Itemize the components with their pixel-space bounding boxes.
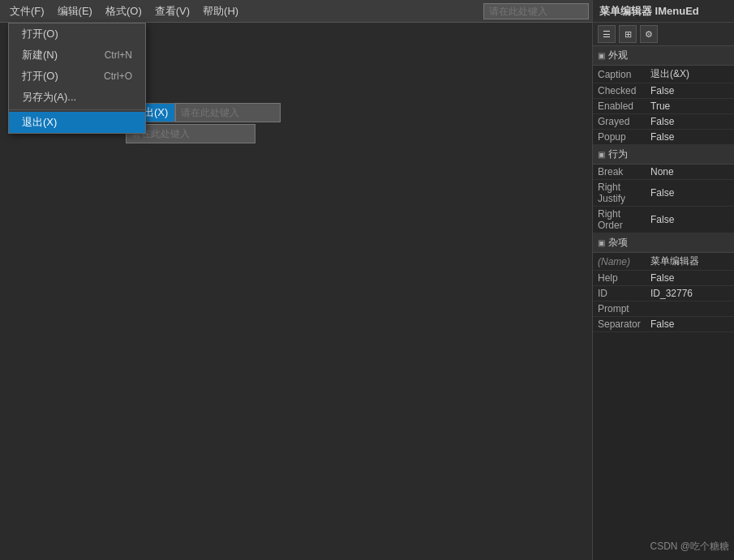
- prop-help[interactable]: Help False: [593, 271, 734, 286]
- prop-popup[interactable]: Popup False: [593, 130, 734, 145]
- file-open1[interactable]: 打开(O): [9, 24, 145, 45]
- file-new[interactable]: 新建(N) Ctrl+N: [9, 45, 145, 66]
- prop-break[interactable]: Break None: [593, 165, 734, 180]
- file-saveas[interactable]: 另存为(A)...: [9, 87, 145, 108]
- canvas-menu-area: 退出(X): [126, 102, 281, 144]
- prop-prompt-value: [646, 301, 734, 317]
- prop-separator[interactable]: Separator False: [593, 317, 734, 332]
- file-dropdown: 打开(O) 新建(N) Ctrl+N 打开(O) Ctrl+O 另存为(A)..…: [8, 23, 146, 134]
- prop-ro-value: False: [646, 207, 734, 233]
- prop-name-value: 菜单编辑器: [646, 253, 734, 271]
- prop-checked[interactable]: Checked False: [593, 83, 734, 99]
- prop-ro-key: Right Order: [593, 207, 646, 233]
- menu-bar-search[interactable]: [483, 3, 589, 19]
- menu-separator: [9, 109, 145, 110]
- watermark: CSDN @吃个糖糖: [650, 540, 729, 554]
- menu-format[interactable]: 格式(O): [99, 2, 148, 20]
- prop-right-justify[interactable]: Right Justify False: [593, 180, 734, 207]
- prop-popup-value: False: [646, 130, 734, 145]
- prop-checked-value: False: [646, 83, 734, 99]
- file-exit[interactable]: 退出(X): [9, 112, 145, 133]
- toolbar-menu-btn[interactable]: ☰: [598, 25, 616, 43]
- prop-break-value: None: [646, 165, 734, 180]
- menu-bar: 文件(F) 编辑(E) 格式(O) 查看(V) 帮助(H): [0, 0, 592, 23]
- prop-help-key: Help: [593, 271, 646, 286]
- prop-id[interactable]: ID ID_32776: [593, 286, 734, 301]
- main-editor-area: 文件(F) 编辑(E) 格式(O) 查看(V) 帮助(H) 打开(O) 新建(N…: [0, 0, 592, 560]
- prop-prompt-key: Prompt: [593, 301, 646, 317]
- section-appearance-header[interactable]: ▣ 外观: [593, 46, 734, 66]
- panel-toolbar: ☰ ⊞ ⚙: [593, 23, 734, 46]
- prop-enabled[interactable]: Enabled True: [593, 99, 734, 114]
- prop-separator-value: False: [646, 317, 734, 332]
- expand-icon-misc: ▣: [598, 238, 605, 247]
- toolbar-gear-btn[interactable]: ⚙: [640, 25, 658, 43]
- menu-view[interactable]: 查看(V): [148, 2, 196, 20]
- toolbar-grid-btn[interactable]: ⊞: [619, 25, 637, 43]
- canvas-row-exit: 退出(X): [126, 102, 281, 123]
- behavior-table: Break None Right Justify False Right Ord…: [593, 165, 734, 233]
- prop-grayed-key: Grayed: [593, 114, 646, 130]
- menu-help[interactable]: 帮助(H): [196, 2, 245, 20]
- prop-id-value: ID_32776: [646, 286, 734, 301]
- prop-rj-key: Right Justify: [593, 180, 646, 207]
- canvas-row-empty: [126, 123, 281, 144]
- panel-title-bar: 菜单编辑器 IMenuEd: [593, 0, 734, 23]
- expand-icon-appearance: ▣: [598, 51, 605, 60]
- prop-enabled-key: Enabled: [593, 99, 646, 114]
- menu-edit[interactable]: 编辑(E): [51, 2, 99, 20]
- prop-prompt[interactable]: Prompt: [593, 301, 734, 317]
- prop-separator-key: Separator: [593, 317, 646, 332]
- section-misc-label: 杂项: [608, 236, 628, 250]
- prop-caption-key: Caption: [593, 66, 646, 83]
- section-behavior-label: 行为: [608, 147, 628, 161]
- prop-name[interactable]: (Name) 菜单编辑器: [593, 253, 734, 271]
- prop-grayed-value: False: [646, 114, 734, 130]
- misc-table: (Name) 菜单编辑器 Help False ID ID_32776 Prom…: [593, 253, 734, 332]
- prop-caption[interactable]: Caption 退出(&X): [593, 66, 734, 83]
- editor-canvas: 打开(O) 新建(N) Ctrl+N 打开(O) Ctrl+O 另存为(A)..…: [0, 23, 592, 560]
- prop-id-key: ID: [593, 286, 646, 301]
- section-appearance-label: 外观: [608, 49, 628, 62]
- canvas-exit-input[interactable]: [175, 103, 281, 122]
- prop-name-key: (Name): [593, 253, 646, 271]
- prop-grayed[interactable]: Grayed False: [593, 114, 734, 130]
- prop-rj-value: False: [646, 180, 734, 207]
- prop-popup-key: Popup: [593, 130, 646, 145]
- panel-title: 菜单编辑器 IMenuEd: [599, 4, 699, 19]
- prop-break-key: Break: [593, 165, 646, 180]
- expand-icon-behavior: ▣: [598, 150, 605, 159]
- file-open2[interactable]: 打开(O) Ctrl+O: [9, 66, 145, 87]
- right-panel: 菜单编辑器 IMenuEd ☰ ⊞ ⚙ ▣ 外观 Caption 退出(&X) …: [592, 0, 734, 560]
- section-misc-header[interactable]: ▣ 杂项: [593, 233, 734, 253]
- prop-right-order[interactable]: Right Order False: [593, 207, 734, 233]
- appearance-table: Caption 退出(&X) Checked False Enabled Tru…: [593, 66, 734, 145]
- prop-enabled-value: True: [646, 99, 734, 114]
- prop-help-value: False: [646, 271, 734, 286]
- prop-caption-value: 退出(&X): [646, 66, 734, 83]
- menu-file[interactable]: 文件(F): [3, 2, 51, 20]
- prop-checked-key: Checked: [593, 83, 646, 99]
- section-behavior-header[interactable]: ▣ 行为: [593, 145, 734, 165]
